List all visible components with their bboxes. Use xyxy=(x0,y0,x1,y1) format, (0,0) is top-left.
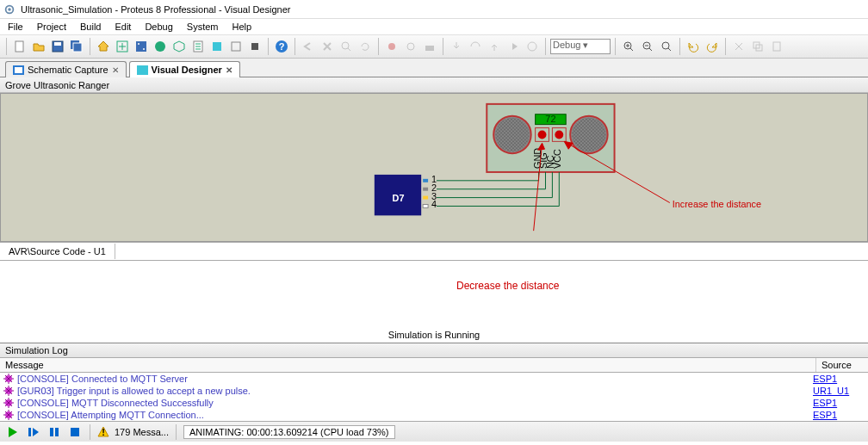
tab-label: Schematic Capture xyxy=(28,65,108,75)
document-tabs: Schematic Capture ✕ Visual Designer ✕ xyxy=(0,59,868,77)
log-source-link[interactable]: ESP1 xyxy=(813,374,837,384)
undo-icon[interactable] xyxy=(300,38,317,55)
delete-icon[interactable] xyxy=(319,38,336,55)
svg-text:72: 72 xyxy=(545,114,555,124)
panel-header: Grove Ultrasonic Ranger xyxy=(0,77,868,93)
close-icon[interactable]: ✕ xyxy=(112,65,119,75)
svg-rect-21 xyxy=(425,46,434,51)
step-over-icon[interactable] xyxy=(467,38,484,55)
log-col-message[interactable]: Message xyxy=(0,358,816,372)
grove-port-d7[interactable]: D7 1 2 3 4 xyxy=(375,174,437,216)
svg-point-40 xyxy=(538,131,547,139)
svg-rect-8 xyxy=(136,41,146,52)
tab-visual-designer[interactable]: Visual Designer ✕ xyxy=(129,61,240,77)
log-col-source[interactable]: Source xyxy=(816,358,868,372)
undo2-icon[interactable] xyxy=(685,38,702,55)
save-all-icon[interactable] xyxy=(68,38,85,55)
svg-text:?: ? xyxy=(279,41,285,52)
build-icon[interactable] xyxy=(421,38,438,55)
menu-system[interactable]: System xyxy=(181,20,225,34)
chip-icon[interactable] xyxy=(246,38,264,55)
tab-schematic-capture[interactable]: Schematic Capture ✕ xyxy=(5,61,127,77)
designer-icon[interactable] xyxy=(208,38,226,55)
save-icon[interactable] xyxy=(49,38,66,55)
log-icon xyxy=(3,374,14,384)
svg-point-42 xyxy=(555,131,563,139)
step-button[interactable] xyxy=(26,424,41,440)
animating-status: ANIMATING: 00:00:13.609214 (CPU load 73%… xyxy=(183,425,395,439)
svg-point-36 xyxy=(572,118,606,152)
bom-icon[interactable] xyxy=(189,38,207,55)
svg-rect-50 xyxy=(423,188,428,191)
ultrasonic-sensor[interactable]: 72 GND SIG NC VCC xyxy=(487,104,614,172)
svg-rect-28 xyxy=(773,42,780,51)
window-title: Ultrasonic_Simulation - Proteus 8 Profes… xyxy=(21,4,290,15)
log-row[interactable]: [CONSOLE] MQTT Disconnected Successfully… xyxy=(0,397,868,409)
open-icon[interactable] xyxy=(30,38,47,55)
paste-icon[interactable] xyxy=(768,38,785,55)
run-to-icon[interactable] xyxy=(505,38,522,55)
svg-rect-30 xyxy=(15,67,22,73)
log-columns: Message Source xyxy=(0,358,868,373)
svg-rect-67 xyxy=(55,428,59,436)
zoom-fit-icon[interactable] xyxy=(658,38,675,55)
find-icon[interactable] xyxy=(338,38,355,55)
source-tab[interactable]: AVR\Source Code - U1 xyxy=(0,244,115,259)
menubar: File Project Build Edit Debug System Hel… xyxy=(0,19,868,34)
toggle-bp-icon[interactable] xyxy=(383,38,400,55)
svg-text:VCC: VCC xyxy=(552,149,562,169)
new-icon[interactable] xyxy=(11,38,28,55)
stop-button[interactable] xyxy=(67,424,83,440)
copy-icon[interactable] xyxy=(749,38,766,55)
svg-point-9 xyxy=(138,43,140,45)
3d-icon[interactable] xyxy=(170,38,188,55)
svg-text:!: ! xyxy=(102,427,105,437)
clear-bp-icon[interactable] xyxy=(402,38,419,55)
log-icon xyxy=(3,410,14,420)
menu-debug[interactable]: Debug xyxy=(139,20,178,34)
schematic-icon[interactable] xyxy=(114,38,131,55)
gerber-icon[interactable] xyxy=(152,38,169,55)
cut-icon[interactable] xyxy=(730,38,747,55)
svg-point-22 xyxy=(528,42,536,51)
log-row[interactable]: [CONSOLE] Attempting MQTT Connection... … xyxy=(0,409,868,421)
log-row[interactable]: [GUR03] Trigger input is allowed to acce… xyxy=(0,385,868,397)
svg-point-11 xyxy=(155,41,165,52)
message-count[interactable]: 179 Messa... xyxy=(115,427,169,437)
simulation-status: Simulation is Running xyxy=(0,328,868,343)
pause-button[interactable] xyxy=(46,424,62,440)
refresh-icon[interactable] xyxy=(356,38,374,55)
log-row[interactable]: [CONSOLE] Connected to MQTT Server ESP1 xyxy=(0,373,868,385)
menu-build[interactable]: Build xyxy=(74,20,107,34)
svg-rect-6 xyxy=(73,43,82,52)
decrease-annotation: Decrease the distance xyxy=(456,280,559,292)
home-icon[interactable] xyxy=(95,38,112,55)
source-tab-row: AVR\Source Code - U1 xyxy=(0,242,868,261)
explorer-icon[interactable] xyxy=(227,38,245,55)
design-surface[interactable]: 72 GND SIG NC VCC D7 1 2 3 4 xyxy=(0,93,868,242)
help-icon[interactable]: ? xyxy=(273,38,290,55)
zoom-out-icon[interactable] xyxy=(639,38,656,55)
breakpoint-icon[interactable] xyxy=(524,38,541,55)
close-icon[interactable]: ✕ xyxy=(226,65,232,75)
warning-icon: ! xyxy=(97,426,109,438)
log-header: Simulation Log xyxy=(0,343,868,358)
zoom-in-icon[interactable] xyxy=(620,38,637,55)
play-button[interactable] xyxy=(5,424,21,440)
redo2-icon[interactable] xyxy=(704,38,721,55)
log-source-link[interactable]: UR1_U1 xyxy=(813,386,849,396)
step-into-icon[interactable] xyxy=(448,38,465,55)
app-icon xyxy=(3,3,16,15)
svg-point-20 xyxy=(407,43,414,50)
debug-combo[interactable]: Debug ▾ xyxy=(550,39,611,54)
wires xyxy=(437,172,559,207)
log-source-link[interactable]: ESP1 xyxy=(813,410,837,420)
log-source-link[interactable]: ESP1 xyxy=(813,398,837,408)
menu-file[interactable]: File xyxy=(2,20,29,34)
pcb-icon[interactable] xyxy=(133,38,150,55)
step-out-icon[interactable] xyxy=(486,38,503,55)
menu-edit[interactable]: Edit xyxy=(108,20,137,34)
menu-project[interactable]: Project xyxy=(31,20,72,34)
svg-rect-68 xyxy=(71,428,79,436)
menu-help[interactable]: Help xyxy=(226,20,258,34)
